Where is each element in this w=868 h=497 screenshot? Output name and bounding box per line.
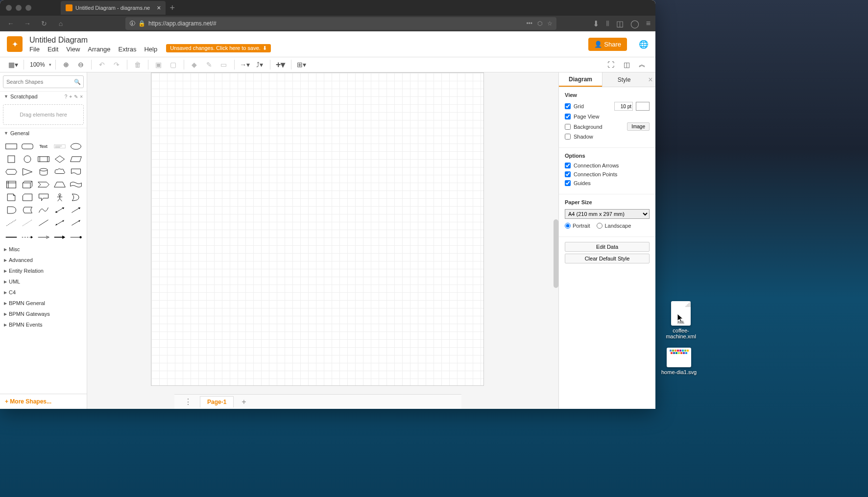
grid-size-input[interactable]	[614, 102, 633, 111]
shape-cloud[interactable]	[52, 166, 67, 177]
shape-cube[interactable]	[20, 179, 34, 190]
shape-curve[interactable]	[36, 205, 50, 215]
shape-tape[interactable]	[69, 179, 83, 190]
page-tabs-menu-icon[interactable]: ⋮	[179, 397, 197, 406]
shape-square[interactable]	[4, 154, 18, 165]
pageview-checkbox[interactable]	[565, 114, 571, 119]
search-shapes-input[interactable]	[6, 79, 74, 85]
share-button[interactable]: 👤 Share	[588, 38, 627, 51]
shape-textbox[interactable]	[52, 141, 67, 152]
sidebar-icon[interactable]: ◫	[616, 19, 624, 28]
shape-trapezoid[interactable]	[52, 179, 67, 190]
shape-and[interactable]	[4, 205, 18, 215]
background-image-button[interactable]: Image	[627, 122, 650, 131]
shape-internal-storage[interactable]	[4, 179, 18, 190]
connection-arrows-checkbox[interactable]	[565, 163, 571, 168]
shape-ellipse[interactable]	[69, 141, 83, 152]
new-tab-button[interactable]: +	[169, 3, 175, 13]
category-bpmn-events[interactable]: ▶BPMN Events	[0, 319, 87, 330]
home-button[interactable]: ⌂	[55, 18, 67, 29]
menu-icon[interactable]: ≡	[646, 19, 651, 28]
category-misc[interactable]: ▶Misc	[0, 244, 87, 255]
reload-button[interactable]: ↻	[38, 18, 50, 29]
edit-data-button[interactable]: Edit Data	[565, 242, 650, 252]
category-bpmn-general[interactable]: ▶BPMN General	[0, 298, 87, 308]
shape-text[interactable]: Text	[36, 141, 50, 152]
search-shapes-box[interactable]: 🔍	[3, 75, 84, 88]
shape-circle[interactable]	[20, 154, 34, 165]
zoom-in-button[interactable]: ⊕	[60, 58, 72, 71]
download-icon[interactable]: ⬇	[593, 19, 599, 28]
shape-bidirectional-arrow[interactable]	[52, 205, 67, 215]
waypoints-button[interactable]: ⤴▾	[253, 58, 266, 71]
shape-dotted-line[interactable]	[20, 217, 34, 228]
language-icon[interactable]: 🌐	[639, 40, 649, 49]
background-checkbox[interactable]	[565, 124, 571, 130]
shape-data-storage[interactable]	[20, 205, 34, 215]
unsaved-changes-button[interactable]: Unsaved changes. Click here to save. ⬇	[166, 44, 271, 52]
back-button[interactable]: ←	[5, 18, 17, 29]
landscape-radio[interactable]	[597, 223, 603, 229]
undo-button[interactable]: ↶	[96, 58, 108, 71]
connection-points-checkbox[interactable]	[565, 171, 571, 177]
menu-file[interactable]: File	[29, 46, 40, 53]
shape-rounded-rectangle[interactable]	[20, 141, 34, 152]
shape-connector-dot[interactable]	[69, 230, 83, 241]
library-icon[interactable]: ⫴	[606, 19, 609, 28]
shape-parallelogram[interactable]	[69, 154, 83, 165]
general-header[interactable]: ▼ General	[0, 128, 87, 138]
zoom-out-button[interactable]: ⊖	[74, 58, 87, 71]
tab-diagram[interactable]: Diagram	[559, 72, 602, 87]
menu-help[interactable]: Help	[144, 46, 157, 53]
canvas-page[interactable]	[151, 72, 484, 386]
canvas-area[interactable]: ⋮ Page-1 +	[87, 72, 558, 409]
shape-bidirectional-connector[interactable]	[52, 217, 67, 228]
shape-triangle[interactable]	[20, 166, 34, 177]
shape-note[interactable]	[4, 192, 18, 203]
grid-color-swatch[interactable]	[636, 102, 650, 111]
scratchpad-header[interactable]: ▼ Scratchpad ? + ✎ ×	[0, 91, 87, 101]
portrait-radio[interactable]	[565, 223, 571, 229]
minimize-window-button[interactable]	[16, 5, 22, 11]
add-page-button[interactable]: +	[237, 398, 251, 406]
category-advanced[interactable]: ▶Advanced	[0, 255, 87, 265]
category-bpmn-gateways[interactable]: ▶BPMN Gateways	[0, 308, 87, 319]
pocket-icon[interactable]: ⬡	[537, 20, 542, 27]
to-front-button[interactable]: ▣	[152, 58, 165, 71]
format-panel-button[interactable]: ◫	[620, 58, 633, 71]
bookmark-icon[interactable]: ☆	[547, 20, 553, 27]
shadow-button[interactable]: ▭	[217, 58, 230, 71]
shape-callout[interactable]	[36, 192, 50, 203]
to-back-button[interactable]: ▢	[167, 58, 180, 71]
scratchpad-edit-icon[interactable]: ✎	[74, 94, 78, 99]
delete-button[interactable]: 🗑	[131, 58, 144, 71]
shadow-checkbox[interactable]	[565, 134, 571, 140]
desktop-file-svg[interactable]: home-dia1.svg	[661, 348, 697, 375]
app-logo-icon[interactable]: ✦	[7, 36, 23, 52]
shape-thin-arrow[interactable]	[36, 230, 50, 241]
category-entity-relation[interactable]: ▶Entity Relation	[0, 265, 87, 276]
insert-button[interactable]: +▾	[274, 58, 287, 71]
scratchpad-add-icon[interactable]: +	[69, 94, 72, 99]
category-c4[interactable]: ▶C4	[0, 287, 87, 298]
shape-actor[interactable]	[52, 192, 67, 203]
connection-button[interactable]: →▾	[239, 58, 251, 71]
shape-solid-arrow[interactable]	[52, 230, 67, 241]
shape-process[interactable]	[36, 154, 50, 165]
maximize-window-button[interactable]	[25, 5, 31, 11]
search-icon[interactable]: 🔍	[74, 79, 81, 85]
menu-extras[interactable]: Extras	[119, 46, 137, 53]
grid-checkbox[interactable]	[565, 103, 571, 109]
clear-default-style-button[interactable]: Clear Default Style	[565, 254, 650, 263]
zoom-level[interactable]: 100%	[28, 61, 47, 68]
fullscreen-button[interactable]: ⛶	[604, 58, 617, 71]
collapse-button[interactable]: ︽	[636, 58, 649, 71]
shape-step[interactable]	[36, 179, 50, 190]
desktop-file-xml[interactable]: XML coffee-machine.xml	[661, 301, 700, 339]
document-title[interactable]: Untitled Diagram	[29, 36, 157, 45]
more-shapes-button[interactable]: + More Shapes...	[0, 394, 87, 409]
shape-dashed-line[interactable]	[4, 217, 18, 228]
page-tab-1[interactable]: Page-1	[200, 396, 234, 407]
line-color-button[interactable]: ✎	[203, 58, 216, 71]
tab-close-icon[interactable]: ×	[157, 4, 161, 12]
